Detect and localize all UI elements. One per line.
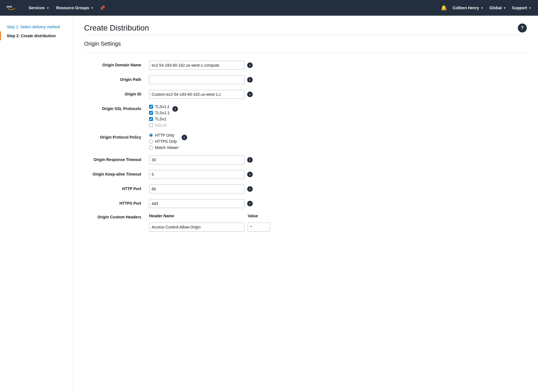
origin-domain-name-label: Origin Domain Name [84, 61, 146, 67]
origin-ssl-protocols-field: TLSv1.2 TLSv1.1 TLSv1 SSLv3 [149, 104, 527, 127]
https-port-info-icon[interactable]: i [247, 201, 253, 206]
protocol-http-only-item[interactable]: HTTP Only [149, 133, 179, 137]
sidebar: Step 1: Select delivery method Step 2: C… [0, 16, 73, 392]
http-port-label: HTTP Port [84, 185, 146, 191]
origin-protocol-policy-field: HTTP Only HTTPS Only Match Viewer i [149, 133, 527, 150]
origin-ssl-protocols-label: Origin SSL Protocols [84, 104, 146, 111]
step2-label: Step 2: Create distribution [7, 34, 56, 38]
http-port-row: HTTP Port i [84, 185, 527, 193]
ssl-tlsv11-item[interactable]: TLSv1.1 [149, 111, 170, 115]
region-chevron-icon: ▾ [504, 6, 505, 10]
origin-protocol-policy-info-icon[interactable]: i [182, 135, 187, 140]
ssl-tlsv12-checkbox[interactable] [149, 105, 153, 109]
origin-domain-name-row: Origin Domain Name i [84, 61, 527, 70]
origin-path-row: Origin Path i [84, 75, 527, 84]
origin-path-input[interactable] [149, 75, 244, 84]
origin-id-input[interactable] [149, 90, 244, 99]
resource-groups-chevron-icon: ▾ [91, 6, 93, 10]
origin-custom-headers-field: Header Name Value [149, 214, 527, 232]
origin-path-info-icon[interactable]: i [247, 77, 253, 83]
origin-response-timeout-input[interactable] [149, 155, 244, 164]
custom-headers-inputs [149, 223, 270, 232]
origin-id-field: i [149, 90, 527, 99]
header-name-col-label: Header Name [149, 214, 244, 218]
support-label: Support [512, 6, 527, 10]
user-chevron-icon: ▾ [481, 6, 483, 10]
ssl-tlsv12-item[interactable]: TLSv1.2 [149, 104, 170, 109]
title-divider [84, 35, 527, 35]
origin-protocol-policy-row: Origin Protocol Policy HTTP Only HTTPS O… [84, 133, 527, 150]
protocol-https-only-item[interactable]: HTTPS Only [149, 139, 179, 144]
protocol-policy-group: HTTP Only HTTPS Only Match Viewer [149, 133, 179, 150]
section-title: Origin Settings [84, 41, 527, 47]
resource-groups-menu[interactable]: Resource Groups ▾ [52, 0, 97, 16]
support-chevron-icon: ▾ [529, 6, 531, 10]
https-port-row: HTTPS Port i [84, 199, 527, 208]
notification-bell-icon[interactable]: 🔔 [439, 3, 449, 13]
http-port-input[interactable] [149, 185, 244, 193]
region-label: Global [490, 6, 502, 10]
main-layout: Step 1: Select delivery method Step 2: C… [0, 16, 538, 392]
ssl-sslv3-checkbox[interactable] [149, 123, 153, 127]
ssl-tlsv1-item[interactable]: TLSv1 [149, 117, 170, 121]
origin-id-info-icon[interactable]: i [247, 92, 253, 97]
protocol-http-only-radio[interactable] [149, 133, 153, 137]
origin-keepalive-timeout-row: Origin Keep-alive Timeout i [84, 170, 527, 179]
http-port-field: i [149, 185, 527, 193]
ssl-tlsv1-checkbox[interactable] [149, 117, 153, 121]
origin-ssl-protocols-info-icon[interactable]: i [172, 106, 178, 112]
protocol-match-viewer-item[interactable]: Match Viewer [149, 145, 179, 150]
header-name-input[interactable] [149, 223, 244, 232]
origin-domain-name-info-icon[interactable]: i [247, 62, 253, 68]
sidebar-step1[interactable]: Step 1: Select delivery method [0, 22, 73, 31]
origin-custom-headers-row: Origin Custom Headers Header Name Value [84, 214, 527, 232]
user-label: Colleen Henry [453, 6, 479, 10]
aws-logo[interactable]: aws [4, 3, 18, 12]
ssl-tlsv11-checkbox[interactable] [149, 111, 153, 115]
support-menu[interactable]: Support ▾ [509, 3, 534, 13]
origin-keepalive-timeout-input[interactable] [149, 170, 244, 179]
svg-text:aws: aws [6, 5, 12, 8]
origin-keepalive-timeout-label: Origin Keep-alive Timeout [84, 170, 146, 176]
header-value-input[interactable] [248, 223, 270, 232]
https-port-label: HTTPS Port [84, 199, 146, 206]
ssl-sslv3-item[interactable]: SSLv3 [149, 123, 170, 127]
origin-keepalive-timeout-field: i [149, 170, 527, 179]
page-header: Create Distribution ? [84, 24, 527, 32]
ssl-protocols-group: TLSv1.2 TLSv1.1 TLSv1 SSLv3 [149, 104, 170, 127]
origin-keepalive-timeout-info-icon[interactable]: i [247, 172, 253, 177]
user-menu[interactable]: Colleen Henry ▾ [450, 3, 486, 13]
origin-domain-name-field: i [149, 61, 527, 70]
svg-marker-1 [14, 8, 15, 9]
origin-domain-name-input[interactable] [149, 61, 244, 70]
services-menu[interactable]: Services ▾ [25, 0, 52, 16]
origin-id-row: Origin ID i [84, 90, 527, 99]
https-port-field: i [149, 199, 527, 208]
services-chevron-icon: ▾ [47, 6, 48, 10]
content: Create Distribution ? Origin Settings Or… [73, 16, 538, 392]
origin-protocol-policy-label: Origin Protocol Policy [84, 133, 146, 139]
origin-response-timeout-field: i [149, 155, 527, 164]
value-col-label: Value [248, 214, 258, 218]
form: Origin Domain Name i Origin Path i Origi… [84, 61, 527, 232]
protocol-https-only-radio[interactable] [149, 139, 153, 143]
origin-response-timeout-info-icon[interactable]: i [247, 157, 253, 163]
navbar: aws Services ▾ Resource Groups ▾ 📌 🔔 Col… [0, 0, 538, 16]
origin-custom-headers-label: Origin Custom Headers [84, 214, 146, 219]
origin-ssl-protocols-row: Origin SSL Protocols TLSv1.2 TLSv1.1 [84, 104, 527, 127]
custom-headers-columns: Header Name Value [149, 214, 258, 218]
nav-right: 🔔 Colleen Henry ▾ Global ▾ Support ▾ [439, 3, 534, 13]
https-port-input[interactable] [149, 199, 244, 208]
page-title: Create Distribution [84, 24, 149, 32]
sidebar-step2: Step 2: Create distribution [0, 31, 73, 40]
services-label: Services [29, 6, 45, 10]
help-icon[interactable]: ? [518, 24, 527, 32]
step1-label: Step 1: Select delivery method [7, 25, 60, 29]
section-divider [84, 53, 527, 53]
pin-icon[interactable]: 📌 [97, 5, 108, 11]
http-port-info-icon[interactable]: i [247, 186, 253, 192]
origin-response-timeout-label: Origin Response Timeout [84, 155, 146, 162]
protocol-match-viewer-radio[interactable] [149, 146, 153, 150]
origin-path-field: i [149, 75, 527, 84]
region-menu[interactable]: Global ▾ [487, 3, 508, 13]
